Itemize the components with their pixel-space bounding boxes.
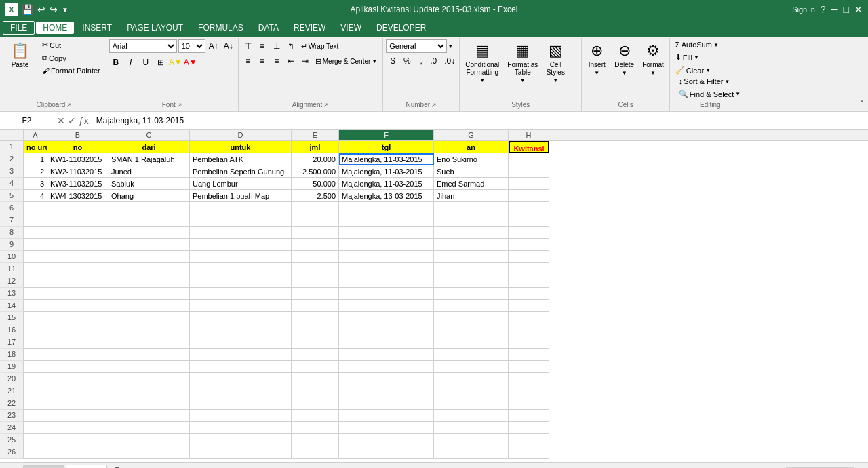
cell-B21[interactable] bbox=[47, 385, 108, 397]
cell-B2[interactable]: KW1-11032015 bbox=[47, 153, 108, 165]
cell-E17[interactable] bbox=[292, 336, 339, 349]
cell-B25[interactable] bbox=[47, 434, 108, 446]
prev-sheet-btn[interactable]: ◀ bbox=[0, 466, 12, 469]
cell-G21[interactable] bbox=[434, 385, 509, 397]
cell-G7[interactable] bbox=[434, 214, 509, 227]
row-header-22[interactable]: 22 bbox=[0, 397, 24, 410]
cell-F3[interactable]: Majalengka, 11-03-2015 bbox=[339, 165, 434, 178]
cell-D8[interactable] bbox=[190, 227, 292, 239]
cell-H17[interactable] bbox=[509, 336, 549, 349]
cell-A9[interactable] bbox=[24, 239, 47, 251]
row-header-9[interactable]: 9 bbox=[0, 239, 24, 251]
cell-A14[interactable] bbox=[24, 300, 47, 312]
cell-C25[interactable] bbox=[108, 434, 190, 446]
cell-H24[interactable] bbox=[509, 422, 549, 434]
align-left-button[interactable]: ≡ bbox=[241, 54, 255, 68]
cell-E24[interactable] bbox=[292, 422, 339, 434]
cell-F6[interactable] bbox=[339, 202, 434, 214]
cell-E3[interactable]: 2.500.000 bbox=[292, 165, 339, 178]
cell-A21[interactable] bbox=[24, 385, 47, 397]
help-btn[interactable]: ? bbox=[821, 4, 826, 15]
row-header-11[interactable]: 11 bbox=[0, 263, 24, 275]
cell-E18[interactable] bbox=[292, 349, 339, 361]
conditional-formatting-button[interactable]: ▤ ConditionalFormatting ▼ bbox=[462, 39, 502, 86]
align-center-button[interactable]: ≡ bbox=[256, 54, 269, 68]
cell-A6[interactable] bbox=[24, 202, 47, 214]
decrease-font-button[interactable]: A↓ bbox=[222, 39, 235, 53]
cell-H1[interactable]: Kwitansi bbox=[509, 141, 549, 153]
cell-G1[interactable]: an bbox=[434, 141, 509, 153]
cell-D21[interactable] bbox=[190, 385, 292, 397]
cell-C19[interactable] bbox=[108, 361, 190, 373]
paste-button[interactable]: 📋 Paste bbox=[5, 39, 35, 71]
clipboard-expand-icon[interactable]: ↗ bbox=[66, 102, 72, 109]
cell-C16[interactable] bbox=[108, 324, 190, 336]
cell-B5[interactable]: KW4-13032015 bbox=[47, 190, 108, 202]
cell-G10[interactable] bbox=[434, 251, 509, 263]
row-header-16[interactable]: 16 bbox=[0, 324, 24, 336]
cell-H4[interactable] bbox=[509, 178, 549, 190]
cell-C13[interactable] bbox=[108, 288, 190, 300]
row-header-1[interactable]: 1 bbox=[0, 141, 24, 153]
cell-A4[interactable]: 3 bbox=[24, 178, 47, 190]
cell-G22[interactable] bbox=[434, 397, 509, 410]
row-header-20[interactable]: 20 bbox=[0, 373, 24, 385]
row-header-13[interactable]: 13 bbox=[0, 288, 24, 300]
cell-A15[interactable] bbox=[24, 312, 47, 324]
font-expand-icon[interactable]: ↗ bbox=[177, 102, 182, 109]
font-color-button[interactable]: A▼ bbox=[184, 56, 197, 69]
formula-input[interactable] bbox=[92, 115, 868, 127]
cell-H14[interactable] bbox=[509, 300, 549, 312]
cell-B10[interactable] bbox=[47, 251, 108, 263]
cell-D2[interactable]: Pembelian ATK bbox=[190, 153, 292, 165]
cell-B13[interactable] bbox=[47, 288, 108, 300]
cell-B26[interactable] bbox=[47, 446, 108, 459]
cell-H21[interactable] bbox=[509, 385, 549, 397]
cell-G14[interactable] bbox=[434, 300, 509, 312]
cell-D10[interactable] bbox=[190, 251, 292, 263]
font-name-select[interactable]: Arial bbox=[109, 39, 177, 53]
cell-B14[interactable] bbox=[47, 300, 108, 312]
col-header-F[interactable]: F bbox=[339, 130, 434, 140]
menu-page-layout[interactable]: PAGE LAYOUT bbox=[120, 22, 190, 34]
minimize-btn[interactable]: ─ bbox=[831, 4, 838, 15]
menu-developer[interactable]: DEVELOPER bbox=[370, 22, 433, 34]
cell-G24[interactable] bbox=[434, 422, 509, 434]
cell-D12[interactable] bbox=[190, 275, 292, 288]
cell-B6[interactable] bbox=[47, 202, 108, 214]
find-select-button[interactable]: 🔍 Find & Select ▼ bbox=[676, 88, 743, 100]
col-header-D[interactable]: D bbox=[190, 130, 292, 140]
cell-A18[interactable] bbox=[24, 349, 47, 361]
row-header-12[interactable]: 12 bbox=[0, 275, 24, 288]
cell-C9[interactable] bbox=[108, 239, 190, 251]
format-button[interactable]: ⚙ Format ▼ bbox=[639, 39, 667, 79]
cell-F22[interactable] bbox=[339, 397, 434, 410]
cell-H20[interactable] bbox=[509, 373, 549, 385]
cell-E22[interactable] bbox=[292, 397, 339, 410]
cell-E23[interactable] bbox=[292, 410, 339, 422]
cell-B20[interactable] bbox=[47, 373, 108, 385]
cell-G2[interactable]: Eno Sukirno bbox=[434, 153, 509, 165]
quick-access-redo[interactable]: ↪ bbox=[50, 4, 58, 15]
col-header-E[interactable]: E bbox=[292, 130, 339, 140]
delete-button[interactable]: ⊖ Delete ▼ bbox=[612, 39, 637, 79]
cell-A20[interactable] bbox=[24, 373, 47, 385]
cell-F10[interactable] bbox=[339, 251, 434, 263]
row-header-21[interactable]: 21 bbox=[0, 385, 24, 397]
cell-G20[interactable] bbox=[434, 373, 509, 385]
cell-B18[interactable] bbox=[47, 349, 108, 361]
number-format-select[interactable]: General bbox=[386, 39, 447, 53]
menu-view[interactable]: VIEW bbox=[334, 22, 368, 34]
cell-A8[interactable] bbox=[24, 227, 47, 239]
align-bottom-button[interactable]: ⊥ bbox=[270, 39, 283, 53]
cell-A11[interactable] bbox=[24, 263, 47, 275]
cell-A17[interactable] bbox=[24, 336, 47, 349]
fill-color-button[interactable]: A▼ bbox=[169, 56, 182, 69]
format-painter-button[interactable]: 🖌 Format Painter bbox=[39, 65, 103, 76]
cell-H3[interactable] bbox=[509, 165, 549, 178]
cell-H25[interactable] bbox=[509, 434, 549, 446]
row-header-5[interactable]: 5 bbox=[0, 190, 24, 202]
cell-G6[interactable] bbox=[434, 202, 509, 214]
sheet-tab-sheet2[interactable]: Sheet2 bbox=[23, 465, 64, 468]
cell-A23[interactable] bbox=[24, 410, 47, 422]
